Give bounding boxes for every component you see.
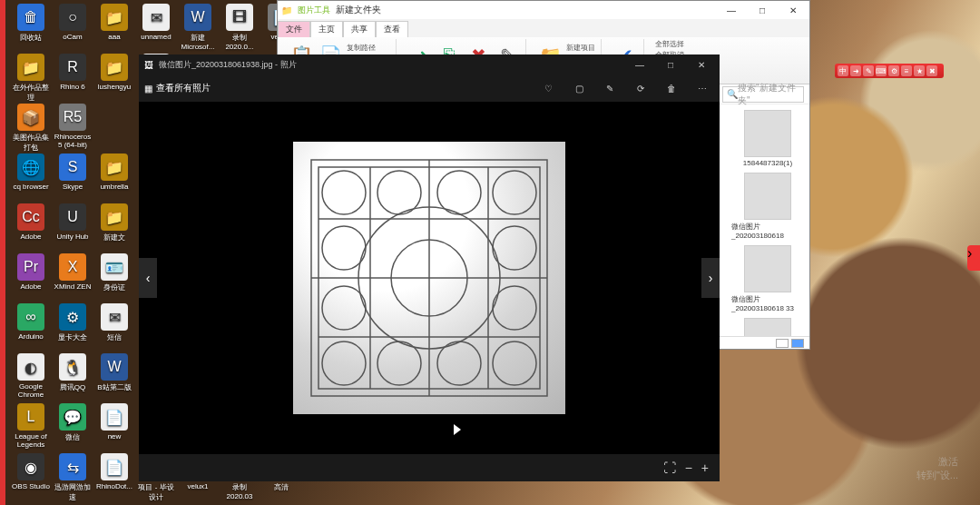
thumbnail-label: 1584487328(1) [743, 159, 792, 167]
app-icon: W [101, 353, 128, 381]
mouse-cursor [454, 424, 463, 437]
view-thumbs-button[interactable] [791, 339, 804, 348]
favorite-icon[interactable]: ♡ [536, 76, 560, 100]
icon-label: Skype [53, 183, 93, 191]
explorer-titlebar[interactable]: 📁 图片工具 新建文件夹 — □ ✕ [278, 1, 809, 19]
delete-icon[interactable]: 🗑 [660, 76, 683, 100]
desktop-icon[interactable]: XXMind ZEN [53, 253, 93, 291]
view-details-button[interactable] [776, 339, 789, 348]
ime-toolbar[interactable]: 中➜✎⌨⚙≡★✖ [835, 64, 944, 78]
svg-point-11 [377, 171, 421, 214]
desktop-icon[interactable]: R5Rhinoceros 5 (64-bit) [53, 104, 93, 149]
file-thumbnail[interactable]: 微信图片_202003180618 33 [731, 245, 804, 312]
desktop-icon[interactable]: 🌐cq browser [11, 153, 51, 191]
tab-home[interactable]: 主页 [310, 21, 343, 37]
minimize-button[interactable]: — [719, 2, 744, 18]
photos-titlebar[interactable]: 🖼 微信图片_20200318061938.jpg - 照片 — □ ✕ [139, 54, 720, 74]
app-icon: ⚙ [59, 303, 86, 331]
app-icon: 🎞 [226, 4, 253, 31]
desktop-icon[interactable]: 🐧腾讯QQ [53, 353, 93, 392]
ime-button[interactable]: ➜ [850, 65, 861, 76]
right-red-handle[interactable]: › [967, 245, 980, 271]
icon-label: Google Chrome [11, 382, 51, 399]
see-all-photos-button[interactable]: ▦ 查看所有照片 [144, 82, 211, 94]
picture-tools-tab[interactable]: 图片工具 [298, 5, 330, 16]
desktop-icon[interactable]: W新建 Microsof... [178, 4, 218, 51]
desktop-icon[interactable]: 📦美图作品集打包 [11, 104, 51, 153]
desktop-icon[interactable]: 📁umbrella [94, 153, 134, 191]
icon-label: OBS Studio [11, 482, 51, 490]
see-all-label: 查看所有照片 [156, 82, 211, 94]
ime-button[interactable]: ⌨ [876, 65, 887, 76]
watermark-line1: 激活 [916, 455, 958, 468]
photo-viewport[interactable]: ‹ › [139, 102, 720, 454]
next-photo-button[interactable]: › [701, 258, 720, 298]
ime-button[interactable]: ✎ [863, 65, 874, 76]
icon-label: 新建 Microsof... [178, 33, 218, 51]
photos-minimize-button[interactable]: — [627, 55, 652, 74]
app-icon: ∞ [17, 303, 44, 331]
tab-file[interactable]: 文件 [278, 21, 310, 37]
more-icon[interactable]: ⋯ [691, 76, 714, 100]
slideshow-icon[interactable]: ▢ [567, 76, 591, 100]
zoom-out-icon[interactable]: − [685, 460, 692, 475]
photos-close-button[interactable]: ✕ [689, 55, 714, 74]
desktop-icon[interactable]: 📁在外作品整理 [11, 54, 51, 103]
desktop-icon[interactable]: CcAdobe [11, 203, 51, 241]
tab-view[interactable]: 查看 [376, 21, 408, 37]
desktop-icon[interactable]: 📁aaa [94, 4, 134, 41]
desktop-icon[interactable]: RRhino 6 [53, 54, 93, 91]
file-thumbnail[interactable]: 微信图片_202003180619 [731, 318, 804, 336]
desktop-icon[interactable]: 🗑回收站 [11, 4, 51, 43]
icon-label: umbrella [94, 183, 134, 191]
desktop-icon[interactable]: PrAdobe [11, 253, 51, 291]
new-item-label[interactable]: 新建项目 [566, 43, 595, 53]
desktop-icon[interactable]: 📁新建文 [94, 203, 134, 243]
desktop-icon[interactable]: WB站第二版 [94, 353, 134, 392]
prev-photo-button[interactable]: ‹ [139, 258, 157, 298]
zoom-in-icon[interactable]: + [701, 460, 709, 475]
desktop-icon[interactable]: ○oCam [53, 4, 93, 41]
icon-label: Rhino 6 [53, 83, 93, 91]
app-icon: W [184, 4, 211, 31]
edit-icon[interactable]: ✎ [598, 76, 622, 100]
close-button[interactable]: ✕ [780, 2, 806, 18]
tab-share[interactable]: 共享 [343, 21, 376, 37]
desktop-icon[interactable]: 📁lushengyu [94, 54, 134, 91]
desktop-icon[interactable]: LLeague of Legends [11, 403, 51, 449]
ime-button[interactable]: ⚙ [888, 65, 899, 76]
file-thumbnail[interactable]: 1584487328(1) [731, 110, 804, 167]
fit-icon[interactable]: ⛶ [663, 460, 676, 475]
search-icon: 🔍 [727, 89, 738, 99]
svg-point-14 [322, 226, 366, 270]
svg-point-21 [493, 342, 536, 385]
desktop-icon[interactable]: ◐Google Chrome [11, 353, 51, 399]
desktop-icon[interactable]: UUnity Hub [53, 203, 93, 241]
app-icon: ✉ [142, 4, 170, 31]
icon-label: 显卡大全 [53, 332, 93, 342]
select-all-label[interactable]: 全部选择 [655, 39, 684, 49]
desktop-icon[interactable]: SSkype [53, 153, 93, 191]
ime-button[interactable]: 中 [838, 65, 848, 76]
desktop-icon[interactable]: ✉短信 [94, 303, 134, 342]
file-thumbnail[interactable]: 微信图片_202003180618 [731, 173, 804, 240]
desktop-icon[interactable]: 🪪身份证 [94, 253, 134, 292]
desktop-icon[interactable]: 📄RhinoDot... [94, 453, 134, 490]
ime-button[interactable]: ✖ [926, 65, 937, 76]
desktop-icon[interactable]: 💬微信 [53, 403, 93, 442]
desktop-icon[interactable]: ◉OBS Studio [11, 453, 51, 490]
desktop-icon[interactable]: ⇆迅游网游加速 [53, 453, 93, 502]
desktop-icon[interactable]: ∞Arduino [11, 303, 51, 341]
desktop-icon[interactable]: 📄new [94, 403, 134, 441]
photos-maximize-button[interactable]: □ [658, 55, 683, 74]
copy-path-label[interactable]: 复制路径 [347, 43, 390, 53]
maximize-button[interactable]: □ [750, 2, 775, 18]
rotate-icon[interactable]: ⟳ [629, 76, 652, 100]
ime-button[interactable]: ≡ [901, 65, 912, 76]
desktop-icon[interactable]: ✉unnamed [136, 4, 176, 41]
search-box[interactable]: 🔍 搜索"新建文件夹" [722, 86, 804, 103]
desktop-icon[interactable]: ⚙显卡大全 [53, 303, 93, 342]
ime-button[interactable]: ★ [914, 65, 925, 76]
gallery-icon: ▦ [144, 84, 152, 94]
desktop-icon[interactable]: 🎞录制 2020.0... [220, 4, 260, 51]
